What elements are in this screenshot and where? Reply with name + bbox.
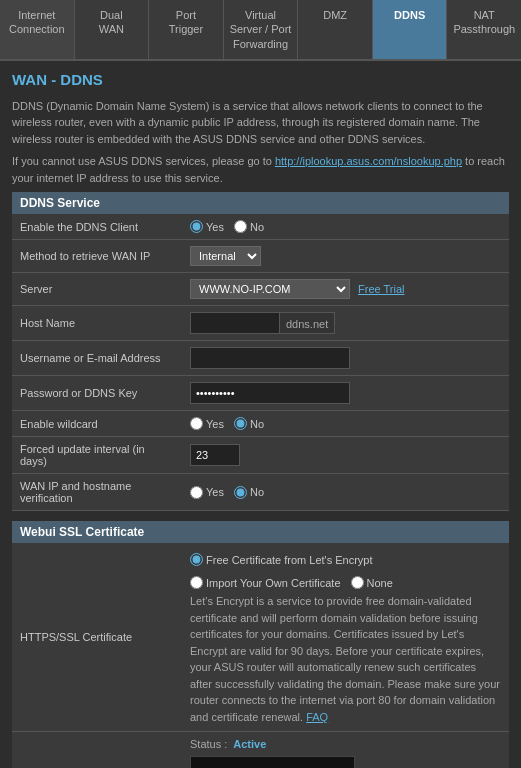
free-cert-label[interactable]: Free Certificate from Let's Encrypt <box>190 553 373 566</box>
nav-ddns[interactable]: DDNS <box>373 0 448 59</box>
hostname-suffix: ddns.net <box>280 312 335 334</box>
enable-ddns-no-radio[interactable] <box>234 220 247 233</box>
server-input-row: WWW.NO-IP.COM Free Trial <box>190 279 501 299</box>
wildcard-radio-group: Yes No <box>190 417 501 430</box>
ddns-service-header: DDNS Service <box>12 192 509 214</box>
enable-ddns-row: Enable the DDNS Client Yes No <box>12 214 509 240</box>
enable-ddns-yes-radio[interactable] <box>190 220 203 233</box>
faq-link[interactable]: FAQ <box>306 711 328 723</box>
hostname-input-row: ddns.net <box>190 312 501 334</box>
ssl-description-text: Let's Encrypt is a service to provide fr… <box>190 593 501 725</box>
import-cert-radio[interactable] <box>190 576 203 589</box>
no-cert-radio[interactable] <box>351 576 364 589</box>
cert-display-box <box>190 756 355 768</box>
iplookup-link[interactable]: http://iplookup.asus.com/nslookup.php <box>275 155 462 167</box>
server-certificate-row: Server Certificate Status : Active Expor… <box>12 732 509 768</box>
free-trial-link[interactable]: Free Trial <box>358 283 404 295</box>
hostname-input[interactable] <box>190 312 280 334</box>
wildcard-label: Enable wildcard <box>12 411 182 437</box>
enable-ddns-label: Enable the DDNS Client <box>12 214 182 240</box>
wildcard-row: Enable wildcard Yes No <box>12 411 509 437</box>
status-label: Status : <box>190 738 227 750</box>
https-ssl-label: HTTPS/SSL Certificate <box>12 543 182 732</box>
hostname-verify-row: WAN IP and hostname verification Yes No <box>12 474 509 511</box>
page-content: WAN - DDNS DDNS (Dynamic Domain Name Sys… <box>0 61 521 768</box>
wildcard-no-radio[interactable] <box>234 417 247 430</box>
wildcard-no-label[interactable]: No <box>234 417 264 430</box>
server-row: Server WWW.NO-IP.COM Free Trial <box>12 273 509 306</box>
update-interval-label: Forced update interval (in days) <box>12 437 182 474</box>
description-link-text: If you cannot use ASUS DDNS services, pl… <box>12 153 509 186</box>
free-cert-radio[interactable] <box>190 553 203 566</box>
nav-virtual-server[interactable]: Virtual Server / PortForwarding <box>224 0 299 59</box>
nav-nat-passthrough[interactable]: NATPassthrough <box>447 0 521 59</box>
password-row: Password or DDNS Key <box>12 376 509 411</box>
https-ssl-row: HTTPS/SSL Certificate Free Certificate f… <box>12 543 509 732</box>
enable-ddns-yes-label[interactable]: Yes <box>190 220 224 233</box>
hostname-verify-no-radio[interactable] <box>234 486 247 499</box>
top-navigation: InternetConnection DualWAN PortTrigger V… <box>0 0 521 61</box>
hostname-verify-label: WAN IP and hostname verification <box>12 474 182 511</box>
import-cert-label[interactable]: Import Your Own Certificate <box>190 576 341 589</box>
nav-internet-connection[interactable]: InternetConnection <box>0 0 75 59</box>
cert-status-row: Status : Active <box>190 738 501 750</box>
update-interval-row: Forced update interval (in days) <box>12 437 509 474</box>
wildcard-yes-label[interactable]: Yes <box>190 417 224 430</box>
server-label: Server <box>12 273 182 306</box>
hostname-verify-no-label[interactable]: No <box>234 486 264 499</box>
nav-port-trigger[interactable]: PortTrigger <box>149 0 224 59</box>
no-cert-label[interactable]: None <box>351 576 393 589</box>
ssl-section-header: Webui SSL Certificate <box>12 521 509 543</box>
enable-ddns-radio-group: Yes No <box>190 220 501 233</box>
ddns-form-table: Enable the DDNS Client Yes No Method to … <box>12 214 509 511</box>
update-interval-input[interactable] <box>190 444 240 466</box>
description-text: DDNS (Dynamic Domain Name System) is a s… <box>12 98 509 148</box>
username-row: Username or E-mail Address <box>12 341 509 376</box>
hostname-label: Host Name <box>12 306 182 341</box>
hostname-verify-yes-radio[interactable] <box>190 486 203 499</box>
page-title: WAN - DDNS <box>12 71 509 88</box>
ssl-form-table: HTTPS/SSL Certificate Free Certificate f… <box>12 543 509 768</box>
password-label: Password or DDNS Key <box>12 376 182 411</box>
wan-ip-method-row: Method to retrieve WAN IP Internal Exter… <box>12 240 509 273</box>
wan-ip-method-label: Method to retrieve WAN IP <box>12 240 182 273</box>
server-certificate-label: Server Certificate <box>12 732 182 768</box>
hostname-verify-yes-label[interactable]: Yes <box>190 486 224 499</box>
nav-dmz[interactable]: DMZ <box>298 0 373 59</box>
ssl-cert-options: Free Certificate from Let's Encrypt Impo… <box>190 549 501 593</box>
wan-ip-method-select[interactable]: Internal External <box>190 246 261 266</box>
hostname-row: Host Name ddns.net <box>12 306 509 341</box>
wildcard-yes-radio[interactable] <box>190 417 203 430</box>
password-input[interactable] <box>190 382 350 404</box>
nav-dual-wan[interactable]: DualWAN <box>75 0 150 59</box>
server-select[interactable]: WWW.NO-IP.COM <box>190 279 350 299</box>
username-input[interactable] <box>190 347 350 369</box>
hostname-verify-radio-group: Yes No <box>190 486 501 499</box>
username-label: Username or E-mail Address <box>12 341 182 376</box>
enable-ddns-no-label[interactable]: No <box>234 220 264 233</box>
status-value: Active <box>233 738 266 750</box>
